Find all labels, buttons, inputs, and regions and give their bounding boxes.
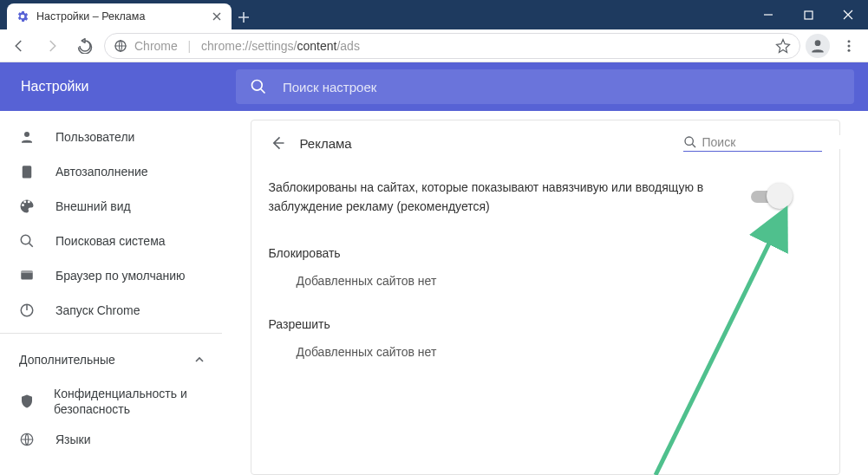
sidebar-item-languages[interactable]: Языки (0, 422, 222, 457)
sidebar-item-label: Автозаполнение (55, 165, 148, 179)
search-icon (683, 135, 697, 149)
power-icon (19, 303, 36, 318)
sidebar-item-autofill[interactable]: Автозаполнение (0, 154, 222, 189)
svg-rect-0 (805, 11, 813, 19)
ads-toggle[interactable] (749, 186, 787, 207)
url-text: Chrome | chrome://settings/content/ads (134, 39, 360, 53)
divider (0, 333, 222, 334)
sidebar-item-label: Внешний вид (55, 199, 131, 213)
reload-button[interactable] (71, 32, 99, 60)
sidebar-item-startup[interactable]: Запуск Chrome (0, 293, 222, 328)
sidebar-item-privacy[interactable]: Конфиденциальность и безопасность (0, 381, 222, 422)
svg-point-6 (252, 81, 263, 91)
palette-icon (19, 198, 36, 214)
globe-icon (19, 432, 36, 447)
address-bar[interactable]: Chrome | chrome://settings/content/ads (104, 33, 800, 59)
settings-sidebar: Пользователи Автозаполнение Внешний вид … (0, 111, 222, 475)
sidebar-item-label: Языки (55, 433, 91, 446)
sidebar-item-users[interactable]: Пользователи (0, 120, 222, 154)
window-titlebar: Настройки – Реклама (0, 0, 868, 29)
close-tab-icon[interactable] (211, 10, 223, 23)
page-search-input[interactable] (702, 135, 854, 149)
back-arrow-button[interactable] (269, 134, 286, 152)
settings-search-bar[interactable] (236, 69, 854, 104)
sidebar-item-label: Пользователи (55, 130, 134, 144)
kebab-menu-icon[interactable] (835, 32, 863, 60)
ads-toggle-label: Заблокированы на сайтах, которые показыв… (269, 178, 737, 217)
browser-tab[interactable]: Настройки – Реклама (7, 3, 232, 29)
tab-title: Настройки – Реклама (36, 10, 145, 23)
sidebar-item-appearance[interactable]: Внешний вид (0, 189, 222, 224)
svg-point-8 (21, 235, 30, 244)
browser-icon (19, 268, 36, 283)
site-info-icon[interactable] (114, 39, 127, 53)
sidebar-item-search-engine[interactable]: Поисковая система (0, 224, 222, 258)
svg-point-2 (815, 40, 821, 46)
shield-icon (19, 394, 35, 409)
sidebar-item-label: Браузер по умолчанию (55, 269, 186, 283)
sidebar-item-default-browser[interactable]: Браузер по умолчанию (0, 258, 222, 293)
block-section-label: Блокировать (251, 232, 839, 265)
settings-header: Настройки (0, 62, 868, 111)
sidebar-item-label: Поисковая система (55, 234, 166, 248)
sidebar-advanced-toggle[interactable]: Дополнительные (0, 339, 222, 381)
search-icon (250, 78, 267, 95)
svg-point-13 (685, 137, 693, 145)
allow-section-label: Разрешить (251, 303, 839, 336)
bookmark-star-icon[interactable] (775, 38, 791, 54)
window-close-button[interactable] (828, 0, 868, 29)
back-button[interactable] (5, 32, 33, 60)
person-icon (19, 129, 36, 145)
allow-empty-text: Добавленных сайтов нет (251, 336, 839, 374)
sidebar-advanced-label: Дополнительные (19, 353, 115, 367)
svg-point-3 (848, 40, 851, 42)
gear-icon (16, 10, 29, 23)
window-maximize-button[interactable] (788, 0, 828, 29)
new-tab-button[interactable] (232, 5, 256, 29)
page-search[interactable] (683, 135, 822, 152)
sidebar-item-label: Запуск Chrome (55, 303, 140, 317)
settings-card: Реклама Заблокированы на сайтах, которые… (251, 120, 840, 475)
search-icon (19, 233, 36, 249)
chevron-up-icon (194, 355, 205, 365)
settings-brand: Настройки (0, 79, 222, 94)
sidebar-item-label: Конфиденциальность и безопасность (54, 386, 222, 417)
window-minimize-button[interactable] (748, 0, 788, 29)
svg-point-5 (848, 49, 851, 51)
profile-avatar[interactable] (806, 34, 830, 58)
forward-button[interactable] (38, 32, 66, 60)
page-title: Реклама (300, 136, 352, 151)
settings-search-input[interactable] (283, 80, 840, 94)
svg-point-4 (848, 44, 851, 47)
settings-main: Реклама Заблокированы на сайтах, которые… (222, 111, 868, 475)
browser-toolbar: Chrome | chrome://settings/content/ads (0, 29, 868, 62)
block-empty-text: Добавленных сайтов нет (251, 265, 839, 303)
svg-point-7 (24, 132, 29, 137)
svg-rect-10 (21, 270, 33, 273)
clipboard-icon (19, 164, 36, 179)
